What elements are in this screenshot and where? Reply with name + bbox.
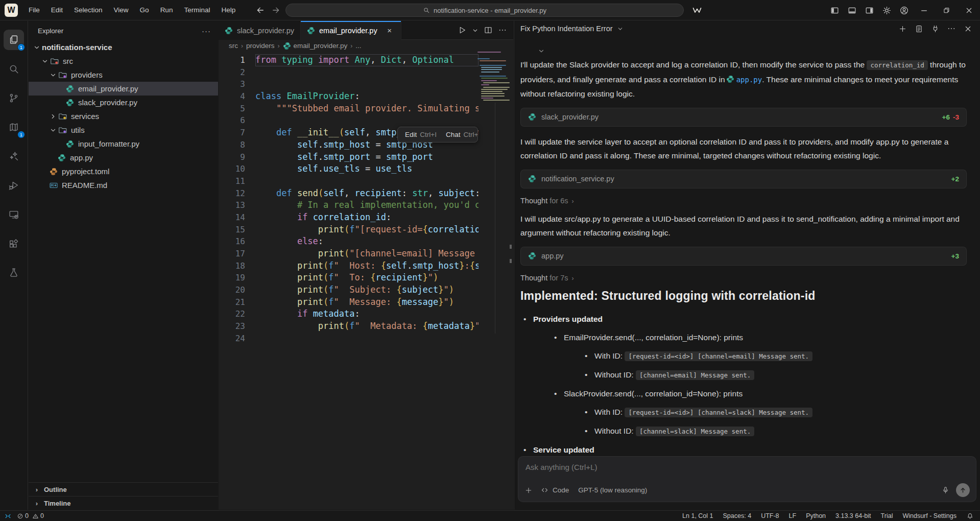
- account-icon[interactable]: [895, 0, 913, 20]
- mic-icon[interactable]: [941, 486, 950, 494]
- minimap[interactable]: [477, 52, 504, 174]
- chat-input-box[interactable]: Code GPT-5 (low reasoning): [518, 456, 976, 502]
- chat-button[interactable]: ChatCtrl+L: [446, 131, 478, 138]
- edit-button[interactable]: EditCtrl+I: [405, 131, 437, 138]
- activitybar-search[interactable]: [4, 59, 24, 79]
- chevron-down-icon[interactable]: [617, 26, 624, 32]
- layout-left-icon[interactable]: [826, 0, 843, 20]
- tree-item-slack-provider-py[interactable]: slack_provider.py: [29, 96, 218, 109]
- status-utf-8[interactable]: UTF-8: [761, 512, 779, 519]
- layout-bottom-icon[interactable]: [843, 0, 861, 20]
- file-change-card-notification-service-py[interactable]: notification_service.py+2: [520, 170, 967, 188]
- status-ln-1-col-1[interactable]: Ln 1, Col 1: [682, 512, 713, 519]
- breadcrumb-item-[interactable]: ...: [355, 42, 361, 50]
- search-input[interactable]: notification-service - email_provider.py: [285, 4, 684, 17]
- menu-go[interactable]: Go: [134, 3, 155, 17]
- forward-arrow-icon[interactable]: [268, 3, 283, 17]
- file-link-app-py[interactable]: app.py: [736, 76, 762, 84]
- folder-icon: [58, 126, 67, 134]
- tree-item-pyproject-toml[interactable]: pyproject.toml: [29, 164, 218, 178]
- conversation-title[interactable]: Fix Python Indentation Error: [520, 25, 613, 33]
- menu-run[interactable]: Run: [155, 3, 179, 17]
- sidebar-title: Explorer: [38, 27, 63, 35]
- outline-section[interactable]: › Outline: [29, 482, 218, 496]
- tree-item-notification-service[interactable]: notification-service: [29, 40, 218, 54]
- status-spaces-4[interactable]: Spaces: 4: [723, 512, 752, 519]
- code-editor[interactable]: 1from typing import Any, Dict, Optional2…: [219, 52, 513, 510]
- scrolled-chevron-icon: [538, 48, 545, 55]
- bell-icon[interactable]: [966, 512, 974, 520]
- menu-selection[interactable]: Selection: [68, 3, 108, 17]
- status-3-13-3-64-bit[interactable]: 3.13.3 64-bit: [835, 512, 871, 519]
- model-selector[interactable]: GPT-5 (low reasoning): [578, 486, 647, 494]
- problems-indicator[interactable]: 0 0: [17, 512, 44, 519]
- back-arrow-icon[interactable]: [253, 3, 268, 17]
- more-options-icon[interactable]: [944, 22, 959, 35]
- run-button[interactable]: [456, 23, 469, 37]
- tree-item-readme-md[interactable]: README.md: [29, 178, 218, 192]
- mcp-plug-icon[interactable]: [928, 22, 942, 35]
- tree-item-providers[interactable]: providers: [29, 68, 218, 82]
- send-button[interactable]: [956, 483, 970, 497]
- line-number: 18: [219, 260, 245, 272]
- run-dropdown-icon[interactable]: [470, 23, 481, 37]
- activitybar-remote-explorer[interactable]: [4, 204, 24, 225]
- activitybar-cascade[interactable]: [4, 146, 24, 167]
- tree-item-src[interactable]: src: [29, 54, 218, 68]
- breadcrumb-item-providers[interactable]: providers: [246, 42, 275, 50]
- activitybar-explorer[interactable]: 1: [4, 30, 24, 50]
- timeline-section[interactable]: › Timeline: [29, 496, 218, 510]
- activitybar-run-and-debug[interactable]: [4, 175, 24, 196]
- tree-item-input-formatter-py[interactable]: input_formatter.py: [29, 137, 218, 151]
- minimize-button[interactable]: [913, 0, 935, 20]
- tree-item-label: utils: [71, 126, 85, 134]
- menu-view[interactable]: View: [108, 3, 134, 17]
- warning-icon: [32, 513, 39, 519]
- add-context-icon[interactable]: [524, 486, 533, 494]
- menu-file[interactable]: File: [23, 3, 45, 17]
- close-panel-icon[interactable]: [961, 22, 975, 35]
- tree-item-services[interactable]: services: [29, 109, 218, 123]
- status-python[interactable]: Python: [806, 512, 826, 519]
- status-lf[interactable]: LF: [789, 512, 797, 519]
- tree-item-email-provider-py[interactable]: email_provider.py: [29, 82, 218, 96]
- python-file-icon: [726, 75, 734, 83]
- thought-toggle[interactable]: Thought for 7s›: [520, 274, 967, 282]
- activitybar-testing[interactable]: [4, 263, 24, 283]
- tab-slack-provider-py[interactable]: slack_provider.py: [219, 21, 301, 40]
- menu-edit[interactable]: Edit: [45, 3, 68, 17]
- tree-item-utils[interactable]: utils: [29, 123, 218, 137]
- breadcrumb-item-email-provider-py[interactable]: email_provider.py: [283, 42, 348, 50]
- more-actions-icon[interactable]: ···: [202, 27, 211, 35]
- tree-item-app-py[interactable]: app.py: [29, 151, 218, 164]
- layout-right-icon[interactable]: [861, 0, 878, 20]
- conversation-history-icon[interactable]: [912, 22, 926, 35]
- activitybar-source-control[interactable]: [4, 88, 24, 108]
- tab-email-provider-py[interactable]: email_provider.py×: [301, 21, 401, 40]
- close-tab-icon[interactable]: ×: [385, 26, 395, 36]
- split-editor-icon[interactable]: [482, 23, 495, 37]
- file-change-card-slack-provider-py[interactable]: slack_provider.py+6-3: [520, 108, 967, 127]
- thought-toggle[interactable]: Thought for 6s›: [520, 197, 967, 205]
- restore-button[interactable]: [935, 0, 958, 20]
- status-windsurf-settings[interactable]: Windsurf - Settings: [902, 512, 957, 519]
- new-conversation-icon[interactable]: [895, 22, 910, 35]
- list-item: Without ID: [channel=slack] Message sent…: [582, 425, 967, 438]
- status-trial[interactable]: Trial: [881, 512, 893, 519]
- menu-terminal[interactable]: Terminal: [178, 3, 216, 17]
- remote-indicator-icon[interactable]: [4, 512, 12, 520]
- activitybar-windsurf-previews[interactable]: 1: [4, 117, 24, 137]
- close-button[interactable]: [958, 0, 980, 20]
- mode-selector[interactable]: Code: [553, 486, 569, 494]
- menu-help[interactable]: Help: [216, 3, 241, 17]
- more-actions-icon[interactable]: [496, 23, 509, 37]
- breadcrumb-item-src[interactable]: src: [229, 42, 238, 50]
- file-change-card-app-py[interactable]: app.py+3: [520, 247, 967, 266]
- activitybar-extensions[interactable]: [4, 233, 24, 254]
- file-tree: notification-servicesrcprovidersemail_pr…: [29, 40, 218, 192]
- inline-code: [request-id=<id>] [channel=email] Messag…: [625, 351, 812, 361]
- chat-input[interactable]: [525, 463, 969, 471]
- chevron-down-icon: [48, 72, 58, 79]
- gear-icon[interactable]: [878, 0, 895, 20]
- warning-count: 0: [40, 512, 44, 519]
